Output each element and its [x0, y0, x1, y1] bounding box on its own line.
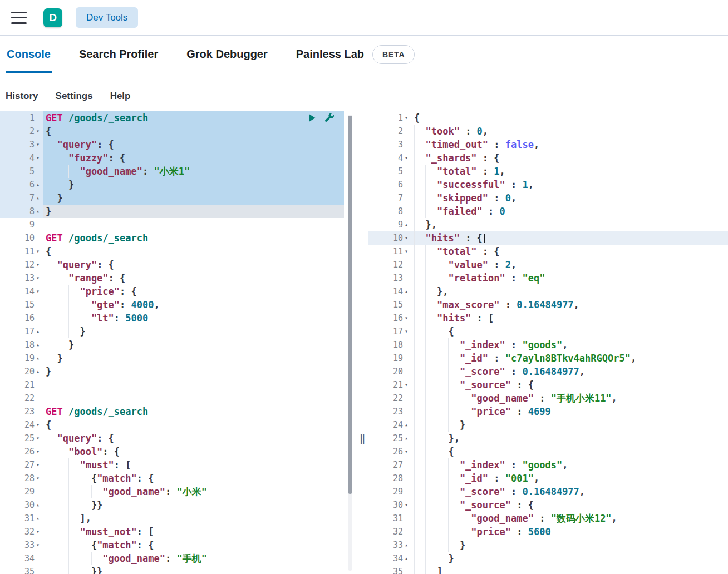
- code-text[interactable]: [43, 218, 344, 231]
- wrench-icon[interactable]: [324, 113, 335, 123]
- fold-open-icon[interactable]: ▾: [35, 151, 43, 165]
- code-line[interactable]: 17▾{: [368, 325, 728, 338]
- code-line[interactable]: 31"good_name" : "数码小米12",: [368, 512, 728, 525]
- fold-open-icon[interactable]: ▾: [403, 111, 412, 125]
- code-text[interactable]: "_source" : {: [412, 378, 728, 392]
- tab-console[interactable]: Console: [6, 36, 52, 73]
- code-text[interactable]: "relation" : "eq": [412, 271, 728, 285]
- fold-open-icon[interactable]: ▾: [403, 151, 412, 165]
- code-text[interactable]: "query": {: [43, 138, 344, 151]
- code-text[interactable]: "successful" : 1,: [412, 178, 728, 191]
- code-text[interactable]: }: [412, 552, 728, 565]
- code-line[interactable]: 17▴}: [0, 325, 344, 338]
- fold-close-icon[interactable]: ▴: [403, 552, 412, 565]
- fold-open-icon[interactable]: ▾: [403, 498, 412, 512]
- code-text[interactable]: ],: [43, 512, 344, 525]
- fold-close-icon[interactable]: ▴: [403, 432, 412, 445]
- code-text[interactable]: "good_name" : "手机小米11",: [412, 392, 728, 405]
- fold-open-icon[interactable]: ▾: [35, 472, 43, 485]
- response-viewer[interactable]: 1▾{2"took" : 0,3"timed_out" : false,4▾"_…: [368, 111, 728, 574]
- menu-settings[interactable]: Settings: [56, 91, 93, 102]
- fold-open-icon[interactable]: ▾: [403, 231, 412, 245]
- code-line[interactable]: 16▾"hits" : [: [368, 311, 728, 325]
- code-line[interactable]: 20▴}: [0, 365, 344, 378]
- code-text[interactable]: "_id" : "001",: [412, 472, 728, 485]
- code-line[interactable]: 10GET /goods/_search: [0, 231, 344, 245]
- code-line[interactable]: 19▴}: [0, 352, 344, 365]
- code-text[interactable]: "price" : 5600: [412, 525, 728, 538]
- fold-close-icon[interactable]: ▴: [403, 285, 412, 298]
- code-line[interactable]: 8▴}: [0, 205, 344, 218]
- code-line[interactable]: 14▾"price": {: [0, 285, 344, 298]
- code-line[interactable]: 34"good_name": "手机": [0, 552, 344, 565]
- code-text[interactable]: "gte": 4000,: [43, 298, 344, 311]
- fold-open-icon[interactable]: ▾: [35, 538, 43, 552]
- code-line[interactable]: 35}}: [0, 565, 344, 574]
- play-icon[interactable]: [307, 113, 317, 123]
- code-line[interactable]: 18▴}: [0, 338, 344, 352]
- code-line[interactable]: 34▴}: [368, 552, 728, 565]
- code-text[interactable]: "good_name": "小米1": [43, 165, 344, 178]
- code-line[interactable]: 35]: [368, 565, 728, 574]
- code-text[interactable]: }: [412, 538, 728, 552]
- code-text[interactable]: "_index" : "goods",: [412, 338, 728, 352]
- code-text[interactable]: "_shards" : {: [412, 151, 728, 165]
- code-text[interactable]: "fuzzy": {: [43, 151, 344, 165]
- code-text[interactable]: "good_name": "小米": [43, 485, 344, 498]
- code-line[interactable]: 9▴},: [368, 218, 728, 231]
- scrollbar[interactable]: [348, 115, 352, 571]
- code-text[interactable]: },: [412, 432, 728, 445]
- code-text[interactable]: {"match": {: [43, 538, 344, 552]
- request-editor[interactable]: 1GET /goods/_search2▾{3▾"query": {4▾"fuz…: [0, 111, 356, 574]
- code-text[interactable]: "took" : 0,: [412, 125, 728, 138]
- code-text[interactable]: "total" : 1,: [412, 165, 728, 178]
- code-text[interactable]: {: [43, 418, 344, 432]
- code-text[interactable]: "_id" : "c7ayln8BTkv4ahRGQOr5",: [412, 352, 728, 365]
- code-text[interactable]: },: [412, 218, 728, 231]
- fold-open-icon[interactable]: ▾: [35, 285, 43, 298]
- fold-close-icon[interactable]: ▴: [35, 205, 43, 218]
- code-line[interactable]: 7"skipped" : 0,: [368, 191, 728, 205]
- code-line[interactable]: 13▾"range": {: [0, 271, 344, 285]
- fold-close-icon[interactable]: ▴: [403, 218, 412, 231]
- code-line[interactable]: 5"good_name": "小米1": [0, 165, 344, 178]
- breadcrumb[interactable]: Dev Tools: [76, 7, 138, 28]
- code-text[interactable]: "failed" : 0: [412, 205, 728, 218]
- fold-open-icon[interactable]: ▾: [35, 258, 43, 271]
- code-text[interactable]: "must_not": [: [43, 525, 344, 538]
- code-line[interactable]: 25▾"query": {: [0, 432, 344, 445]
- code-text[interactable]: GET /goods/_search: [43, 111, 344, 125]
- fold-open-icon[interactable]: ▾: [35, 271, 43, 285]
- code-text[interactable]: {: [43, 125, 344, 138]
- code-line[interactable]: 1▾{: [368, 111, 728, 125]
- code-text[interactable]: }}: [43, 498, 344, 512]
- code-text[interactable]: {: [412, 445, 728, 458]
- code-text[interactable]: {: [412, 111, 728, 125]
- app-logo[interactable]: D: [43, 8, 62, 27]
- code-text[interactable]: GET /goods/_search: [43, 405, 344, 418]
- code-line[interactable]: 15"max_score" : 0.16484977,: [368, 298, 728, 311]
- code-line[interactable]: 4▾"_shards" : {: [368, 151, 728, 165]
- code-line[interactable]: 3"timed_out" : false,: [368, 138, 728, 151]
- code-line[interactable]: 13"relation" : "eq": [368, 271, 728, 285]
- code-text[interactable]: "timed_out" : false,: [412, 138, 728, 151]
- menu-history[interactable]: History: [6, 91, 38, 102]
- code-line[interactable]: 31▴],: [0, 512, 344, 525]
- code-line[interactable]: 22"good_name" : "手机小米11",: [368, 392, 728, 405]
- tab-grok-debugger[interactable]: Grok Debugger: [185, 36, 269, 73]
- code-line[interactable]: 25▴},: [368, 432, 728, 445]
- fold-close-icon[interactable]: ▴: [35, 338, 43, 352]
- code-text[interactable]: GET /goods/_search: [43, 231, 344, 245]
- code-line[interactable]: 10▾"hits" : {: [368, 231, 728, 245]
- code-line[interactable]: 12▾"query": {: [0, 258, 344, 271]
- code-text[interactable]: {"match": {: [43, 472, 344, 485]
- code-text[interactable]: }}: [43, 565, 344, 574]
- fold-close-icon[interactable]: ▴: [35, 365, 43, 378]
- code-text[interactable]: "price": {: [43, 285, 344, 298]
- code-text[interactable]: "good_name": "手机": [43, 552, 344, 565]
- code-line[interactable]: 7▴}: [0, 191, 344, 205]
- code-line[interactable]: 22: [0, 392, 344, 405]
- code-text[interactable]: }: [43, 205, 344, 218]
- code-text[interactable]: "value" : 2,: [412, 258, 728, 271]
- fold-open-icon[interactable]: ▾: [403, 311, 412, 325]
